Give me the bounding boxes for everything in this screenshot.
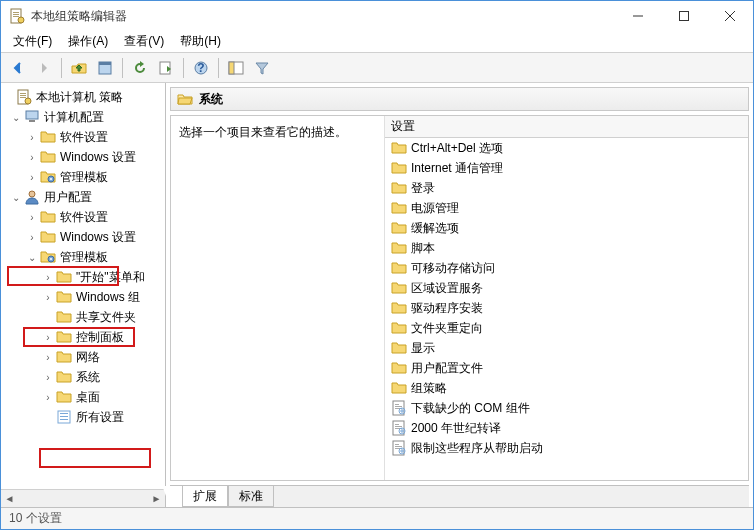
tab-extended[interactable]: 扩展: [182, 486, 228, 507]
expand-icon[interactable]: ›: [41, 270, 55, 284]
tab-standard[interactable]: 标准: [228, 486, 274, 507]
computer-icon: [24, 109, 40, 125]
expand-icon[interactable]: ⌄: [9, 110, 23, 124]
folder-icon: [391, 380, 407, 396]
expand-icon[interactable]: ›: [25, 150, 39, 164]
menu-view[interactable]: 查看(V): [118, 31, 170, 52]
expand-icon[interactable]: ›: [41, 290, 55, 304]
tree-h-scrollbar[interactable]: ◄►: [1, 489, 165, 507]
maximize-button[interactable]: [661, 1, 707, 31]
expand-icon[interactable]: ⌄: [25, 250, 39, 264]
detail-pane: 系统 选择一个项目来查看它的描述。 设置 Ctrl+Alt+Del 选项Inte…: [166, 83, 753, 507]
detail-tabs: 扩展 标准: [170, 485, 749, 507]
list-item[interactable]: 组策略: [385, 378, 748, 398]
folder-icon: [391, 140, 407, 156]
folder-icon: [40, 129, 56, 145]
minimize-button[interactable]: [615, 1, 661, 31]
tree-admin-templates[interactable]: ⌄ 管理模板: [1, 247, 165, 267]
expand-icon[interactable]: ›: [25, 170, 39, 184]
folder-gear-icon: [40, 249, 56, 265]
tree-user-config[interactable]: ⌄ 用户配置: [1, 187, 165, 207]
expand-icon[interactable]: ›: [25, 130, 39, 144]
tree-item[interactable]: ›软件设置: [1, 127, 165, 147]
properties-button[interactable]: [94, 57, 116, 79]
list-item[interactable]: 缓解选项: [385, 218, 748, 238]
menu-help[interactable]: 帮助(H): [174, 31, 227, 52]
list-item-label: 区域设置服务: [411, 280, 483, 297]
folder-icon: [391, 300, 407, 316]
back-button[interactable]: [7, 57, 29, 79]
list-item[interactable]: 区域设置服务: [385, 278, 748, 298]
tree-item[interactable]: ›Windows 设置: [1, 227, 165, 247]
tree-pane[interactable]: ▸ 本地计算机 策略 ⌄ 计算机配置 ›软件设置 ›Windows 设置: [1, 83, 166, 507]
tree-item[interactable]: ›Windows 组: [1, 287, 165, 307]
tree-item[interactable]: ›管理模板: [1, 167, 165, 187]
folder-icon: [56, 269, 72, 285]
toolbar-separator: [183, 58, 184, 78]
tree-item[interactable]: ›软件设置: [1, 207, 165, 227]
tree-item[interactable]: ›所有设置: [1, 407, 165, 427]
list-item[interactable]: 文件夹重定向: [385, 318, 748, 338]
list-item[interactable]: 2000 年世纪转译: [385, 418, 748, 438]
close-button[interactable]: [707, 1, 753, 31]
list-item[interactable]: Ctrl+Alt+Del 选项: [385, 138, 748, 158]
expand-icon[interactable]: ›: [25, 210, 39, 224]
expand-icon[interactable]: ›: [41, 370, 55, 384]
filter-button[interactable]: [251, 57, 273, 79]
folder-icon: [391, 260, 407, 276]
list-item-label: 组策略: [411, 380, 447, 397]
list-item-label: Internet 通信管理: [411, 160, 503, 177]
pane-button[interactable]: [225, 57, 247, 79]
folder-icon: [391, 280, 407, 296]
tree-item[interactable]: ›Windows 设置: [1, 147, 165, 167]
list-item[interactable]: 限制这些程序从帮助启动: [385, 438, 748, 458]
tree-label: 本地计算机 策略: [36, 89, 123, 106]
tree-item[interactable]: ›"开始"菜单和: [1, 267, 165, 287]
column-header-settings[interactable]: 设置: [385, 116, 748, 138]
list-item-label: 下载缺少的 COM 组件: [411, 400, 530, 417]
expand-icon[interactable]: ⌄: [9, 190, 23, 204]
expand-icon[interactable]: ›: [41, 390, 55, 404]
tree-item[interactable]: ›共享文件夹: [1, 307, 165, 327]
tree-computer-config[interactable]: ⌄ 计算机配置: [1, 107, 165, 127]
tree-item[interactable]: ›桌面: [1, 387, 165, 407]
expand-icon[interactable]: ›: [41, 350, 55, 364]
tree-item[interactable]: ›网络: [1, 347, 165, 367]
list-item-label: 电源管理: [411, 200, 459, 217]
window-title: 本地组策略编辑器: [31, 8, 615, 25]
list-item[interactable]: 用户配置文件: [385, 358, 748, 378]
folder-icon: [391, 320, 407, 336]
list-item[interactable]: 驱动程序安装: [385, 298, 748, 318]
tree-system[interactable]: ›系统: [1, 367, 165, 387]
list-item[interactable]: 电源管理: [385, 198, 748, 218]
list-item[interactable]: 可移动存储访问: [385, 258, 748, 278]
tree-label: 共享文件夹: [76, 309, 136, 326]
list-item[interactable]: 下载缺少的 COM 组件: [385, 398, 748, 418]
expand-icon[interactable]: ›: [25, 230, 39, 244]
folder-icon: [56, 329, 72, 345]
toolbar-separator: [61, 58, 62, 78]
menu-action[interactable]: 操作(A): [62, 31, 114, 52]
list-item[interactable]: Internet 通信管理: [385, 158, 748, 178]
tree-item[interactable]: ›控制面板: [1, 327, 165, 347]
policy-icon: [16, 89, 32, 105]
refresh-button[interactable]: [129, 57, 151, 79]
list-item-label: Ctrl+Alt+Del 选项: [411, 140, 503, 157]
folder-icon: [56, 389, 72, 405]
list-item[interactable]: 显示: [385, 338, 748, 358]
list-item-label: 缓解选项: [411, 220, 459, 237]
menu-file[interactable]: 文件(F): [7, 31, 58, 52]
settings-list-icon: [56, 409, 72, 425]
export-button[interactable]: [155, 57, 177, 79]
settings-list[interactable]: Ctrl+Alt+Del 选项Internet 通信管理登录电源管理缓解选项脚本…: [385, 138, 748, 480]
tree-label: Windows 设置: [60, 149, 136, 166]
forward-button[interactable]: [33, 57, 55, 79]
tree-root[interactable]: ▸ 本地计算机 策略: [1, 87, 165, 107]
folder-gear-icon: [40, 169, 56, 185]
list-item[interactable]: 登录: [385, 178, 748, 198]
list-item[interactable]: 脚本: [385, 238, 748, 258]
expand-icon[interactable]: ›: [41, 330, 55, 344]
up-button[interactable]: [68, 57, 90, 79]
help-button[interactable]: [190, 57, 212, 79]
setting-icon: [391, 420, 407, 436]
